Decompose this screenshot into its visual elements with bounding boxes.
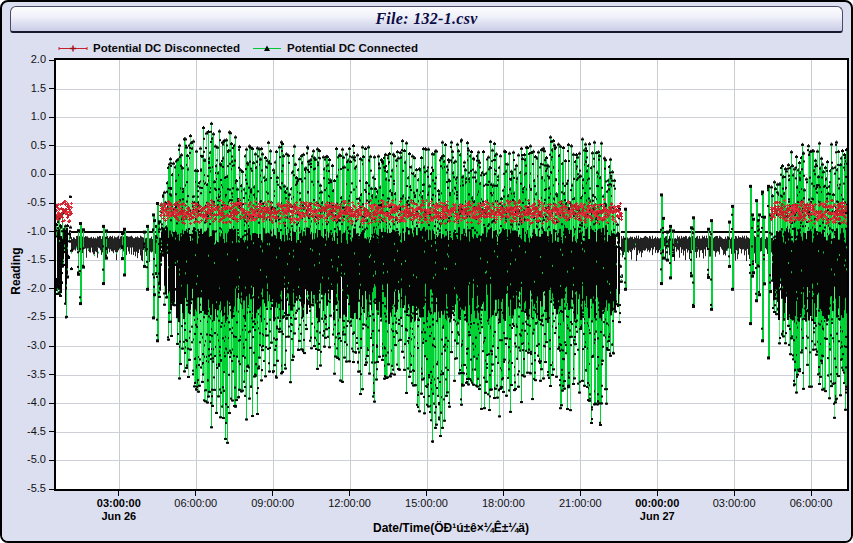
y-tick-mark [49,403,54,404]
x-tick-label: 06:00:00 [776,497,846,509]
y-tick-mark [49,288,54,289]
y-tick-label: 0.5 [18,139,46,151]
y-tick-mark [49,317,54,318]
y-tick-mark [49,374,54,375]
y-tick-mark [49,60,54,61]
legend-item-disconnected[interactable]: Potential DC Disconnected [58,42,240,54]
chart-panel: Potential DC Disconnected Potential DC C… [2,33,851,541]
plot-canvas[interactable] [56,60,847,489]
y-tick-mark [49,174,54,175]
x-tick-date-label: Jun 27 [622,510,692,522]
legend-item-connected[interactable]: Potential DC Connected [252,42,418,54]
x-tick-label: 12:00:00 [315,497,385,509]
application-window: File: 132-1.csv Potential DC Disconnecte… [0,0,853,543]
y-tick-mark [49,88,54,89]
y-tick-mark [49,203,54,204]
x-tick-label: 15:00:00 [392,497,462,509]
x-axis-title: Date/Time(ÖÐ¹ú±ê×¼Ê±¼ä) [301,521,601,535]
y-tick-label: 2.0 [18,53,46,65]
legend: Potential DC Disconnected Potential DC C… [58,41,418,55]
y-tick-label: -3.0 [18,339,46,351]
y-tick-mark [49,489,54,490]
x-tick-mark [118,491,119,496]
x-tick-mark [272,491,273,496]
red-line-plus-marker-icon [58,44,88,53]
y-tick-label: -0.5 [18,196,46,208]
y-tick-label: -4.5 [18,425,46,437]
y-tick-label: 1.5 [18,82,46,94]
x-tick-mark [426,491,427,496]
title-bar: File: 132-1.csv [10,6,843,33]
y-tick-mark [49,346,54,347]
y-tick-mark [49,460,54,461]
legend-label-connected: Potential DC Connected [287,42,418,54]
x-tick-label: 21:00:00 [545,497,615,509]
x-tick-label: 03:00:00 [699,497,769,509]
y-tick-label: -5.5 [18,482,46,494]
y-tick-mark [49,231,54,232]
y-tick-mark [49,431,54,432]
x-tick-label: 00:00:00 [622,497,692,509]
x-tick-label: 03:00:00 [84,497,154,509]
y-tick-mark [49,117,54,118]
x-tick-date-label: Jun 26 [84,510,154,522]
x-tick-label: 18:00:00 [468,497,538,509]
x-tick-mark [657,491,658,496]
x-tick-label: 06:00:00 [161,497,231,509]
y-tick-label: -3.5 [18,368,46,380]
x-tick-mark [811,491,812,496]
x-tick-label: 09:00:00 [238,497,308,509]
y-axis-title: Reading [9,241,23,301]
x-tick-mark [580,491,581,496]
y-tick-mark [49,260,54,261]
y-tick-label: -5.0 [18,453,46,465]
x-tick-mark [195,491,196,496]
x-tick-mark [734,491,735,496]
y-tick-mark [49,145,54,146]
y-tick-label: -2.5 [18,310,46,322]
y-tick-label: -1.0 [18,225,46,237]
legend-label-disconnected: Potential DC Disconnected [93,42,240,54]
y-tick-label: 1.0 [18,110,46,122]
window-title: File: 132-1.csv [375,10,477,28]
x-tick-mark [503,491,504,496]
green-line-triangle-marker-icon [252,44,282,53]
y-tick-label: 0.0 [18,167,46,179]
y-tick-label: -4.0 [18,396,46,408]
x-tick-mark [349,491,350,496]
